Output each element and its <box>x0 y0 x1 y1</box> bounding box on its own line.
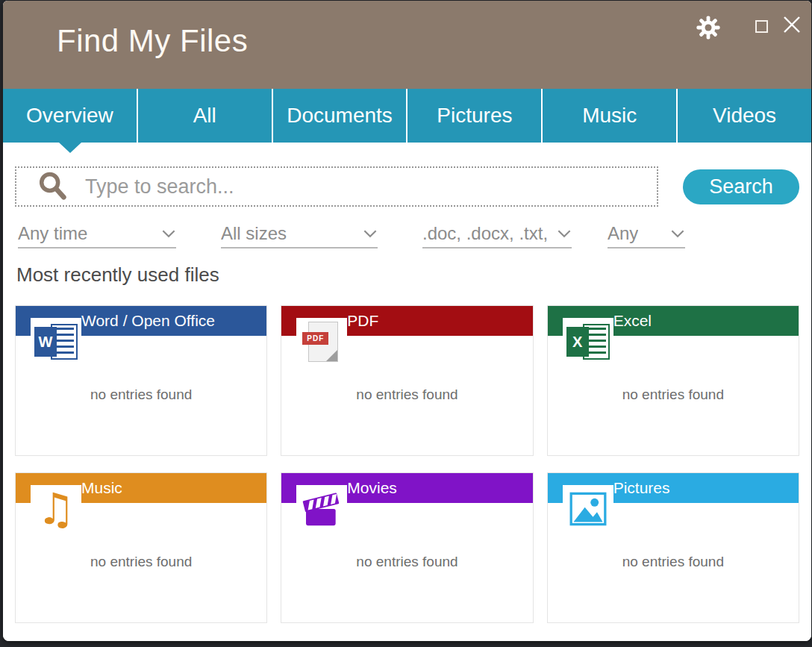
search-icon <box>36 170 69 203</box>
close-icon <box>781 25 802 37</box>
tab-bar: Overview All Documents Pictures Music Vi… <box>3 89 811 143</box>
card-movies[interactable]: Movies <box>281 472 533 623</box>
extension-filter-dropdown[interactable]: .doc, .docx, .txt, .xl <box>422 220 572 249</box>
search-button[interactable]: Search <box>683 169 799 204</box>
extension-filter-value: .doc, .docx, .txt, .xl <box>422 223 552 244</box>
music-notes-icon: ♫ <box>31 485 81 533</box>
card-music[interactable]: Music ♫ no entries found <box>15 472 267 623</box>
card-empty-text: no entries found <box>16 554 266 570</box>
card-pdf[interactable]: PDF PDF no entries found <box>281 305 533 456</box>
title-bar: Find My Files <box>3 1 811 89</box>
section-title: Most recently used files <box>16 263 219 287</box>
main-content: Search Any time All sizes .doc, .docx, .… <box>3 143 811 641</box>
size-filter-dropdown[interactable]: All sizes <box>221 220 378 249</box>
card-title: Word / Open Office <box>81 312 215 330</box>
maximize-button[interactable] <box>755 20 768 33</box>
active-tab-pointer <box>59 143 81 153</box>
chevron-down-icon <box>557 229 572 238</box>
tab-pictures[interactable]: Pictures <box>407 89 541 143</box>
app-window: Find My Files <box>3 1 811 641</box>
chevron-down-icon <box>363 229 378 238</box>
card-title: Movies <box>347 479 397 497</box>
time-filter-dropdown[interactable]: Any time <box>18 220 176 249</box>
tab-music[interactable]: Music <box>543 89 676 143</box>
excel-spreadsheet-icon: X <box>563 318 613 366</box>
tab-all[interactable]: All <box>138 89 272 143</box>
search-input[interactable] <box>84 175 657 199</box>
card-empty-text: no entries found <box>548 387 799 403</box>
tab-overview[interactable]: Overview <box>3 89 137 143</box>
card-title: PDF <box>347 312 378 330</box>
recent-files-grid: Word / Open Office W no entries found PD… <box>15 305 799 623</box>
close-button[interactable] <box>781 14 802 35</box>
gear-icon <box>695 31 722 43</box>
type-filter-value: Any <box>608 223 638 244</box>
tab-documents[interactable]: Documents <box>273 89 407 143</box>
card-empty-text: no entries found <box>548 554 799 570</box>
picture-frame-icon <box>563 485 613 533</box>
movie-clapperboard-icon <box>296 485 347 533</box>
card-title: Excel <box>613 312 652 330</box>
card-title: Pictures <box>613 479 670 497</box>
settings-button[interactable] <box>695 14 722 41</box>
word-document-icon: W <box>31 318 81 366</box>
card-title: Music <box>81 479 122 497</box>
card-empty-text: no entries found <box>281 554 532 570</box>
type-filter-dropdown[interactable]: Any <box>608 220 685 249</box>
time-filter-value: Any time <box>18 223 87 244</box>
chevron-down-icon <box>161 229 176 238</box>
card-empty-text: no entries found <box>281 387 532 403</box>
card-empty-text: no entries found <box>16 387 266 403</box>
app-title: Find My Files <box>57 23 248 59</box>
search-box[interactable] <box>15 166 658 207</box>
card-pictures[interactable]: Pictures no entries found <box>547 472 799 623</box>
card-excel[interactable]: Excel X no entries found <box>547 305 799 456</box>
card-word-open-office[interactable]: Word / Open Office W no entries found <box>15 305 267 456</box>
size-filter-value: All sizes <box>221 223 287 244</box>
chevron-down-icon <box>670 229 685 238</box>
tab-videos[interactable]: Videos <box>678 89 811 143</box>
pdf-document-icon: PDF <box>296 318 347 366</box>
